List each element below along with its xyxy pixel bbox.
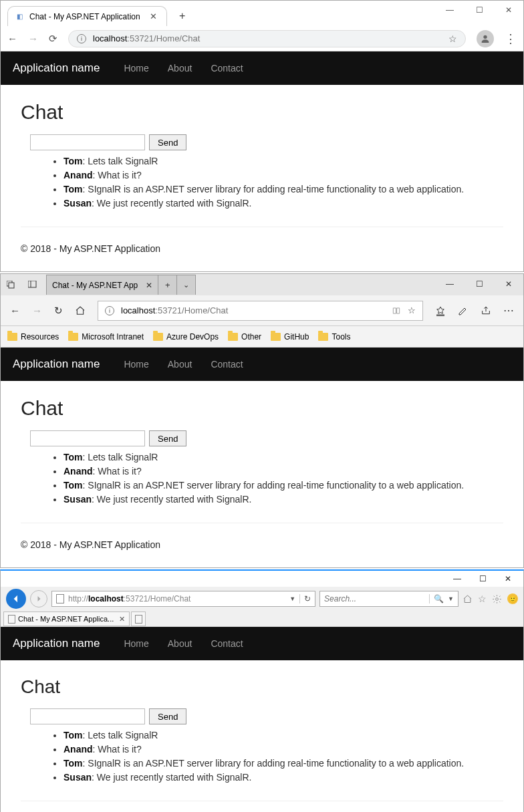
home-icon[interactable]: [75, 305, 86, 316]
set-aside-icon[interactable]: [22, 274, 43, 295]
feedback-smiley-icon[interactable]: 🙂: [507, 593, 518, 604]
search-box[interactable]: 🔍 ▼: [319, 591, 458, 607]
reload-icon[interactable]: ⟳: [49, 33, 57, 45]
list-item: Anand: What is it?: [63, 168, 503, 182]
address-bar[interactable]: i localhost:53721/Home/Chat ☆: [98, 301, 423, 321]
close-button[interactable]: ✕: [495, 572, 521, 585]
maximize-button[interactable]: ☐: [465, 274, 494, 294]
address-bar[interactable]: http://localhost:53721/Home/Chat ▼ ↻: [51, 591, 315, 607]
kebab-menu-icon[interactable]: ⋮: [505, 31, 517, 46]
home-icon[interactable]: [463, 594, 473, 604]
fav-item[interactable]: Microsoft Intranet: [68, 332, 144, 342]
search-dropdown-icon[interactable]: ▼: [448, 595, 454, 602]
tab-preview-chevron-icon[interactable]: ⌄: [177, 275, 196, 295]
close-button[interactable]: ✕: [494, 274, 523, 294]
close-tab-icon[interactable]: ✕: [119, 615, 125, 624]
list-item: Tom: Lets talk SignalR: [63, 728, 503, 742]
list-item: Tom: Lets talk SignalR: [63, 154, 503, 168]
tab-title: Chat - My ASP.NET Application: [29, 12, 140, 21]
divider: [21, 801, 503, 801]
back-icon[interactable]: ←: [10, 305, 20, 316]
chat-input-row: Send: [30, 430, 503, 446]
fav-item[interactable]: Azure DevOps: [153, 332, 219, 342]
list-item: Susan: We just recently started with Sig…: [63, 493, 503, 507]
bookmark-star-icon[interactable]: ☆: [408, 305, 416, 315]
edge-tab[interactable]: Chat - My ASP.NET App ✕: [46, 275, 158, 295]
forward-icon[interactable]: →: [32, 305, 42, 316]
list-item: Tom: SIgnalR is an ASP.NET server librar…: [63, 757, 503, 771]
favorites-icon[interactable]: [435, 305, 446, 316]
forward-icon[interactable]: →: [28, 33, 38, 44]
list-item: Tom: SIgnalR is an ASP.NET server librar…: [63, 182, 503, 196]
ie-tabstrip: Chat - My ASP.NET Applica... ✕: [1, 611, 523, 627]
search-icon[interactable]: 🔍: [429, 594, 444, 603]
close-button[interactable]: ✕: [494, 1, 523, 19]
edge-titlebar: Chat - My ASP.NET App ✕ + ⌄ — ☐ ✕: [1, 274, 523, 295]
message-input[interactable]: [30, 134, 145, 150]
toolbar-right: ⋯: [435, 304, 514, 317]
divider: [21, 227, 503, 227]
bookmark-star-icon[interactable]: ☆: [448, 33, 457, 44]
new-tab-button[interactable]: +: [174, 7, 191, 25]
nav-contact[interactable]: Contact: [211, 638, 243, 649]
svg-rect-3: [28, 281, 36, 287]
reading-view-icon[interactable]: [392, 306, 401, 315]
notes-icon[interactable]: [458, 305, 469, 316]
fav-item[interactable]: GitHub: [271, 332, 309, 342]
fav-item[interactable]: Resources: [7, 332, 59, 342]
minimize-button[interactable]: —: [444, 572, 470, 585]
back-icon[interactable]: ←: [7, 33, 17, 44]
url-text: localhost:53721/Home/Chat: [93, 33, 442, 43]
back-button[interactable]: [6, 589, 26, 609]
page-content: Application name Home About Contact Chat…: [1, 627, 523, 812]
minimize-button[interactable]: —: [435, 1, 465, 19]
send-button[interactable]: Send: [149, 430, 186, 446]
send-button[interactable]: Send: [149, 134, 186, 150]
profile-avatar-icon[interactable]: [477, 30, 494, 47]
maximize-button[interactable]: ☐: [465, 1, 494, 19]
message-input[interactable]: [30, 708, 145, 724]
url-dropdown-icon[interactable]: ▼: [289, 595, 295, 602]
nav-about[interactable]: About: [168, 638, 192, 649]
reload-icon[interactable]: ↻: [299, 594, 311, 603]
brand[interactable]: Application name: [13, 61, 100, 75]
new-tab-button[interactable]: +: [158, 275, 177, 295]
close-tab-icon[interactable]: ✕: [150, 11, 157, 21]
new-tab-button[interactable]: [131, 612, 146, 626]
brand[interactable]: Application name: [13, 358, 100, 371]
search-input[interactable]: [324, 594, 425, 603]
maximize-button[interactable]: ☐: [470, 572, 495, 585]
window-controls: — ☐ ✕: [435, 1, 523, 19]
nav-contact[interactable]: Contact: [211, 63, 243, 74]
tools-gear-icon[interactable]: [492, 594, 502, 604]
ie-tab[interactable]: Chat - My ASP.NET Applica... ✕: [3, 612, 130, 626]
share-icon[interactable]: [481, 305, 491, 316]
brand[interactable]: Application name: [13, 637, 100, 650]
fav-item[interactable]: Other: [228, 332, 261, 342]
tab-actions-icon[interactable]: [1, 274, 22, 295]
address-bar[interactable]: i localhost:53721/Home/Chat ☆: [68, 30, 466, 47]
list-item: Susan: We just recently started with Sig…: [63, 196, 503, 211]
favorites-star-icon[interactable]: ☆: [478, 593, 487, 604]
nav-about[interactable]: About: [168, 63, 192, 74]
forward-button[interactable]: [30, 590, 47, 607]
nav-home[interactable]: Home: [124, 638, 148, 649]
footer: © 2018 - My ASP.NET Application: [1, 243, 523, 271]
reload-icon[interactable]: ↻: [54, 305, 63, 317]
tab-favicon: ◧: [15, 12, 24, 21]
send-button[interactable]: Send: [149, 708, 186, 724]
site-info-icon[interactable]: i: [105, 306, 114, 315]
chrome-tab[interactable]: ◧ Chat - My ASP.NET Application ✕: [7, 6, 167, 26]
fav-item[interactable]: Tools: [318, 332, 350, 342]
minimize-button[interactable]: —: [435, 274, 465, 294]
message-input[interactable]: [30, 430, 145, 446]
nav-home[interactable]: Home: [124, 63, 148, 74]
site-info-icon[interactable]: i: [77, 34, 86, 43]
footer: © 2018 - My ASP.NET Application: [1, 539, 523, 567]
nav-contact[interactable]: Contact: [211, 359, 243, 370]
nav-home[interactable]: Home: [124, 359, 148, 370]
page-icon: [135, 615, 142, 624]
menu-dots-icon[interactable]: ⋯: [503, 304, 514, 317]
nav-about[interactable]: About: [168, 359, 192, 370]
close-tab-icon[interactable]: ✕: [146, 281, 152, 290]
